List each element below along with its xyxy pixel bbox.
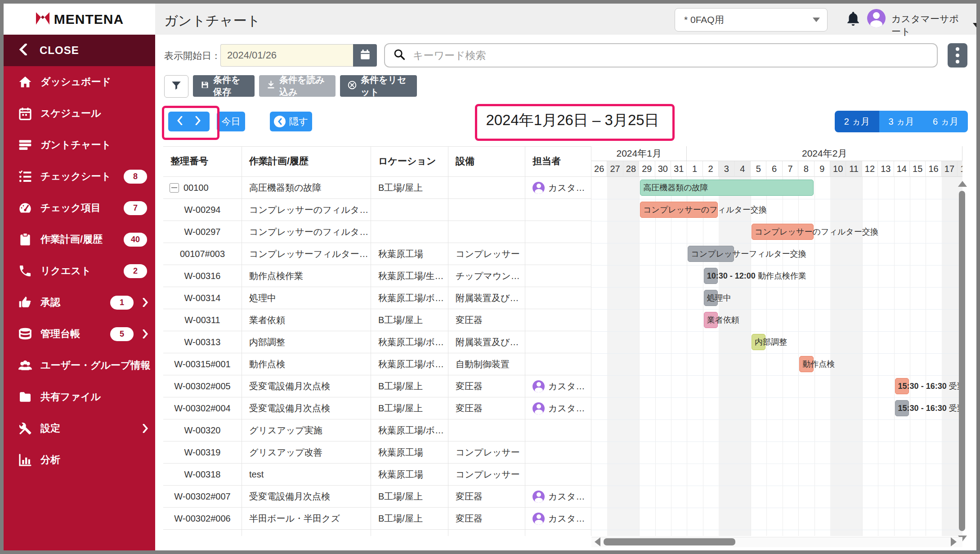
row-location-cell[interactable]: B工場/屋上 [371, 397, 448, 419]
row-location-cell[interactable]: B工場/屋上 [371, 177, 448, 199]
row-plan-cell[interactable]: 高圧機器類の故障 [242, 177, 371, 199]
gantt-bar[interactable]: 15:30 - 16:30 受変電設備月次点検 [895, 400, 909, 416]
row-plan-cell[interactable]: 業者依頼 [242, 309, 371, 331]
row-id-cell[interactable]: W-00311 [163, 309, 242, 331]
horizontal-scrollbar-thumb[interactable] [604, 538, 735, 545]
sidebar-item-8[interactable]: 承認1 [4, 287, 155, 318]
sidebar-item-6[interactable]: 作業計画/履歴40 [4, 224, 155, 255]
row-location-cell[interactable]: B工場/屋上 [371, 309, 448, 331]
row-assignee-cell[interactable] [525, 441, 591, 464]
row-plan-cell[interactable]: 半田ボール・半田クズ [242, 508, 371, 530]
sidebar-close-button[interactable]: CLOSE [4, 35, 155, 66]
row-location-cell[interactable]: B工場/屋上 [371, 486, 448, 508]
row-assignee-cell[interactable] [525, 287, 591, 309]
row-location-cell[interactable]: 秋葉原工場/ボ… [371, 419, 448, 441]
row-plan-cell[interactable]: 動作点検作業 [242, 265, 371, 287]
filter-button[interactable] [164, 75, 188, 98]
row-equipment-cell[interactable]: 変圧器 [448, 375, 525, 397]
search-input[interactable] [412, 49, 929, 62]
kebab-menu-button[interactable] [948, 43, 967, 68]
workspace-select[interactable]: * 0FAQ用 [675, 8, 828, 32]
row-plan-cell[interactable]: 受変電設備月次点検 [242, 375, 371, 397]
row-id-cell[interactable]: W-00302#006 [163, 508, 242, 530]
row-assignee-cell[interactable] [525, 331, 591, 353]
row-plan-cell[interactable]: 内部調整 [242, 331, 371, 353]
row-assignee-cell[interactable] [525, 221, 591, 243]
row-plan-cell[interactable]: 動作点検 [242, 353, 371, 375]
row-plan-cell[interactable]: 受変電設備月次点検 [242, 486, 371, 508]
gantt-bar[interactable]: 動作点検 [799, 356, 813, 372]
row-equipment-cell[interactable]: コンプレッサー [448, 464, 525, 486]
sidebar-item-9[interactable]: 管理台帳5 [4, 318, 155, 350]
row-assignee-cell[interactable] [525, 199, 591, 221]
row-location-cell[interactable]: 秋葉原工場/ボ… [371, 331, 448, 353]
row-plan-cell[interactable]: 処理中 [242, 287, 371, 309]
row-location-cell[interactable]: 秋葉原工場/ボ… [371, 287, 448, 309]
row-plan-cell[interactable]: コンプレッサーのフィルタ… [242, 221, 371, 243]
row-location-cell[interactable]: 秋葉原工場 [371, 243, 448, 265]
row-equipment-cell[interactable]: 附属装置及び… [448, 331, 525, 353]
row-assignee-cell[interactable]: カスタ… [525, 486, 591, 508]
row-equipment-cell[interactable]: コンプレッサー [448, 243, 525, 265]
sidebar-item-1[interactable]: ダッシュボード [4, 66, 155, 98]
row-equipment-cell[interactable]: 附属装置及び… [448, 287, 525, 309]
reset-conditions-button[interactable]: 条件をリセット [340, 75, 417, 97]
row-equipment-cell[interactable] [448, 419, 525, 441]
sidebar-item-11[interactable]: 共有ファイル [4, 381, 155, 413]
row-id-cell[interactable]: W-00316 [163, 265, 242, 287]
hide-button[interactable]: 隠す [270, 112, 312, 131]
sidebar-item-4[interactable]: チェックシート8 [4, 161, 155, 192]
scroll-up-arrow[interactable] [958, 181, 967, 187]
row-location-cell[interactable]: 秋葉原工場/ボ… [371, 353, 448, 375]
chevron-right-icon[interactable] [195, 116, 201, 127]
row-location-cell[interactable] [371, 199, 448, 221]
row-equipment-cell[interactable]: 変圧器 [448, 397, 525, 419]
save-conditions-button[interactable]: 条件を保存 [193, 75, 255, 97]
sidebar-item-3[interactable]: ガントチャート [4, 129, 155, 161]
row-id-cell[interactable]: 00107#003 [163, 243, 242, 265]
scroll-right-arrow[interactable] [951, 537, 957, 546]
row-id-cell[interactable]: W-00294 [163, 199, 242, 221]
row-assignee-cell[interactable] [525, 243, 591, 265]
period-button-3ヵ月[interactable]: 3 ヵ月 [879, 111, 924, 132]
period-button-6ヵ月[interactable]: 6 ヵ月 [923, 111, 968, 132]
sidebar-item-5[interactable]: チェック項目7 [4, 192, 155, 224]
gantt-bar[interactable]: 処理中 [704, 290, 718, 306]
row-assignee-cell[interactable] [525, 353, 591, 375]
row-equipment-cell[interactable]: チップマウン… [448, 265, 525, 287]
gantt-bar[interactable]: 内部調整 [752, 334, 765, 350]
row-assignee-cell[interactable]: カスタ… [525, 375, 591, 397]
gantt-bar[interactable]: コンプレッサーフィルター交換 [688, 246, 734, 262]
row-equipment-cell[interactable]: 自動制御装置 [448, 353, 525, 375]
sidebar-item-10[interactable]: ユーザー・グループ情報 [4, 350, 155, 381]
prev-next-buttons[interactable] [168, 112, 210, 131]
row-assignee-cell[interactable]: カスタ… [525, 177, 591, 199]
gantt-bar[interactable]: 高圧機器類の故障 [640, 180, 813, 196]
row-location-cell[interactable]: 秋葉原工場 [371, 441, 448, 464]
app-logo[interactable]: MENTENA [4, 4, 155, 35]
gantt-bar[interactable]: 10:30 - 12:00 動作点検作業 [704, 268, 718, 284]
notification-bell-icon[interactable] [845, 10, 862, 30]
vertical-scrollbar-thumb[interactable] [959, 191, 965, 531]
row-location-cell[interactable]: B工場/屋上 [371, 375, 448, 397]
row-id-cell[interactable]: W-00302#004 [163, 397, 242, 419]
row-id-cell[interactable]: W-00313 [163, 331, 242, 353]
row-equipment-cell[interactable]: 変圧器 [448, 309, 525, 331]
row-id-cell[interactable]: W-00320 [163, 419, 242, 441]
row-assignee-cell[interactable]: カスタ… [525, 397, 591, 419]
row-location-cell[interactable] [371, 221, 448, 243]
row-id-cell[interactable]: 00100 [163, 177, 242, 199]
row-assignee-cell[interactable] [525, 464, 591, 486]
sidebar-item-7[interactable]: リクエスト2 [4, 255, 155, 287]
display-start-date-input[interactable] [220, 44, 353, 67]
row-assignee-cell[interactable]: カスタ… [525, 508, 591, 530]
row-id-cell[interactable]: W-00315#001 [163, 353, 242, 375]
chevron-left-icon[interactable] [177, 116, 183, 127]
row-equipment-cell[interactable]: コンプレッサー [448, 441, 525, 464]
row-equipment-cell[interactable]: 変圧器 [448, 508, 525, 530]
row-plan-cell[interactable]: test [242, 464, 371, 486]
today-button[interactable]: 今日 [217, 112, 245, 131]
row-assignee-cell[interactable] [525, 309, 591, 331]
row-equipment-cell[interactable] [448, 199, 525, 221]
row-equipment-cell[interactable] [448, 221, 525, 243]
